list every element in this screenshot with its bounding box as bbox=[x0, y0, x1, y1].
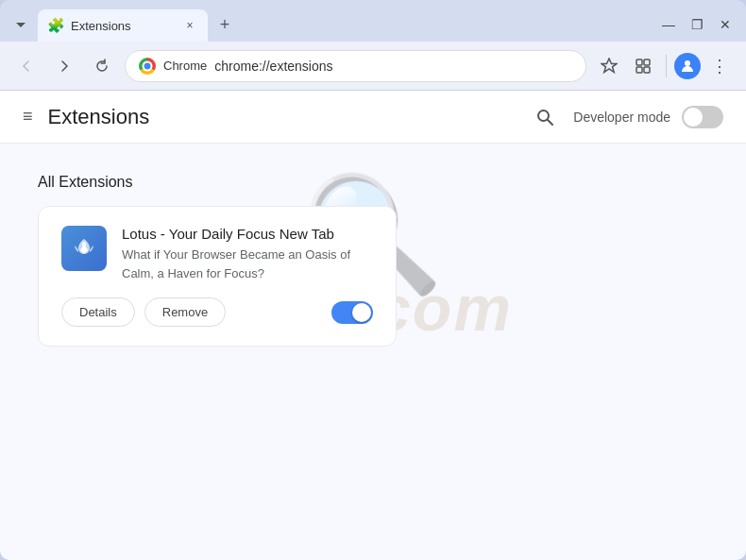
extension-name: Lotus - Your Daily Focus New Tab bbox=[122, 226, 373, 242]
extension-info: Lotus - Your Daily Focus New Tab What if… bbox=[122, 226, 373, 282]
url-bar[interactable]: Chrome chrome://extensions bbox=[125, 50, 586, 82]
extensions-btn[interactable] bbox=[628, 51, 658, 81]
svg-rect-3 bbox=[644, 67, 650, 73]
extension-card-header: Lotus - Your Daily Focus New Tab What if… bbox=[61, 226, 373, 282]
divider bbox=[666, 55, 667, 77]
forward-btn[interactable] bbox=[49, 51, 79, 81]
minimize-btn[interactable]: — bbox=[655, 11, 682, 38]
tab-title: Extensions bbox=[71, 19, 176, 33]
address-bar: Chrome chrome://extensions bbox=[0, 42, 746, 91]
extension-card: Lotus - Your Daily Focus New Tab What if… bbox=[38, 206, 397, 347]
back-btn[interactable] bbox=[11, 51, 42, 81]
extensions-header: ≡ Extensions Developer mode bbox=[0, 91, 746, 144]
close-btn[interactable]: ✕ bbox=[712, 11, 738, 38]
developer-mode-label: Developer mode bbox=[573, 110, 670, 125]
extensions-main: 🔍 risk.com All Extensions bbox=[0, 144, 746, 377]
extensions-title: Extensions bbox=[48, 105, 150, 129]
tab-dropdown-btn[interactable] bbox=[8, 11, 34, 40]
chrome-menu-btn[interactable]: ⋮ bbox=[704, 51, 735, 81]
details-btn[interactable]: Details bbox=[61, 297, 135, 327]
address-icons: ⋮ bbox=[594, 51, 735, 81]
page-content: ≡ Extensions Developer mode 🔍 risk.com bbox=[0, 91, 746, 560]
tab-favicon-icon: 🧩 bbox=[47, 17, 65, 34]
tab-bar: 🧩 Extensions × + — ❐ ✕ bbox=[0, 0, 746, 42]
header-right: Developer mode bbox=[528, 100, 723, 134]
extension-description: What if Your Browser Became an Oasis of … bbox=[122, 246, 373, 282]
svg-line-6 bbox=[548, 120, 552, 125]
svg-rect-2 bbox=[636, 67, 642, 73]
all-extensions-title: All Extensions bbox=[38, 174, 708, 191]
search-extensions-btn[interactable] bbox=[528, 100, 562, 134]
active-tab[interactable]: 🧩 Extensions × bbox=[38, 9, 208, 42]
remove-btn[interactable]: Remove bbox=[144, 297, 226, 327]
url-text: chrome://extensions bbox=[214, 59, 572, 74]
svg-point-7 bbox=[82, 242, 86, 247]
hamburger-menu-btn[interactable]: ≡ bbox=[23, 107, 33, 127]
window-controls: — ❐ ✕ bbox=[655, 11, 738, 38]
svg-rect-1 bbox=[644, 59, 650, 65]
extension-icon bbox=[61, 226, 107, 271]
bookmark-btn[interactable] bbox=[594, 51, 624, 81]
refresh-btn[interactable] bbox=[87, 51, 117, 81]
svg-rect-0 bbox=[636, 59, 642, 65]
profile-btn[interactable] bbox=[674, 53, 701, 79]
chrome-label: Chrome bbox=[163, 59, 207, 73]
maximize-btn[interactable]: ❐ bbox=[684, 11, 710, 38]
new-tab-btn[interactable]: + bbox=[212, 11, 238, 38]
developer-mode-toggle[interactable] bbox=[682, 106, 723, 128]
extension-card-footer: Details Remove bbox=[61, 297, 373, 327]
svg-point-4 bbox=[685, 60, 690, 66]
chrome-logo-icon bbox=[139, 58, 156, 75]
browser-window: 🧩 Extensions × + — ❐ ✕ Chrome chrome://e… bbox=[0, 0, 746, 560]
tab-close-btn[interactable]: × bbox=[181, 17, 198, 34]
extension-toggle[interactable] bbox=[331, 301, 373, 324]
